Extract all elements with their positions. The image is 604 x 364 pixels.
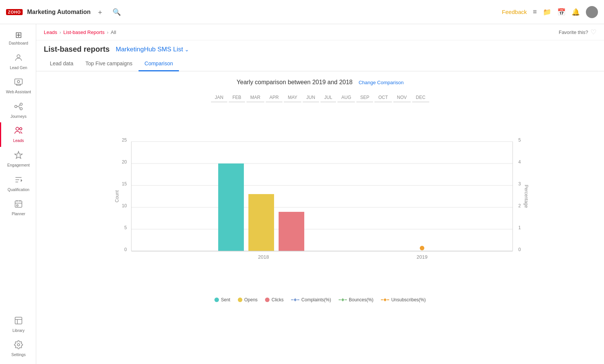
main-layout: ⊞ Dashboard Lead Gen Web Assistant [0,24,604,364]
sidebar-item-engagement[interactable]: Engagement [0,147,36,171]
heart-icon[interactable]: ♡ [590,28,596,36]
library-icon [14,316,23,327]
change-comparison-button[interactable]: Change Comparison [359,80,404,85]
title-bar-actions: ＋ 🔍 [95,6,122,18]
svg-point-6 [16,127,19,130]
bar-chart: 0 5 10 15 20 25 Count 0 [44,111,596,270]
legend-unsubscribes-label: Unsubscribes(%) [391,297,425,302]
zoho-logo: ZOHO [6,9,23,15]
legend-sent-label: Sent [221,297,230,302]
page-title: List-based reports [44,45,109,54]
leads-icon [14,126,23,137]
breadcrumb: Leads › List-based Reports › All Favorit… [36,24,604,40]
favorite-area: Favorite this? ♡ [559,28,596,36]
planner-icon [14,199,23,210]
dashboard-icon: ⊞ [15,31,22,39]
sidebar-item-web-assistant[interactable]: Web Assistant [0,74,36,98]
sidebar-item-library[interactable]: Library [0,312,36,337]
app-title: Marketing Automation [27,9,91,15]
sidebar: ⊞ Dashboard Lead Gen Web Assistant [0,24,36,364]
month-tabs: JAN FEB MAR APR MAY JUN JUL AUG SEP OCT … [44,93,596,102]
sidebar-item-leads[interactable]: Leads [0,122,36,147]
sidebar-label-journeys: Journeys [11,114,27,119]
engagement-icon [14,151,23,161]
header-icons: ≡ 📁 📅 🔔 [533,6,598,18]
svg-text:10: 10 [122,203,127,208]
svg-point-12 [17,344,20,346]
legend-sent-color [214,298,219,302]
legend-clicks-color [265,298,270,302]
month-mar[interactable]: MAR [247,93,264,102]
sidebar-item-qualification[interactable]: Qualification [0,171,36,196]
breadcrumb-list-reports[interactable]: List-based Reports [63,29,105,35]
legend-opens-label: Opens [244,297,257,302]
list-name: MarketingHub SMS List [116,46,183,53]
month-may[interactable]: MAY [284,93,301,102]
month-apr[interactable]: APR [266,93,283,102]
favorite-label: Favorite this? [559,29,588,35]
month-sep[interactable]: SEP [356,93,373,102]
add-button[interactable]: ＋ [95,6,105,18]
breadcrumb-current: All [111,29,116,35]
content-area: Leads › List-based Reports › All Favorit… [36,24,604,364]
breadcrumb-leads[interactable]: Leads [44,29,57,35]
tab-comparison[interactable]: Comparison [139,57,179,71]
tab-lead-data[interactable]: Lead data [44,57,79,71]
chart-title-row: Yearly comparison between 2019 and 2018 … [44,79,596,86]
sidebar-label-leads: Leads [13,138,24,143]
sidebar-item-journeys[interactable]: Journeys [0,98,36,123]
svg-text:2018: 2018 [258,254,269,260]
search-button[interactable]: 🔍 [111,6,122,18]
svg-text:0: 0 [518,247,521,252]
avatar[interactable] [586,6,598,18]
svg-text:2: 2 [518,203,521,208]
month-jul[interactable]: JUL [320,93,336,102]
qualification-icon [14,175,23,186]
lead-gen-icon [14,53,23,64]
legend-bounces: Bounces(%) [339,297,373,302]
chart-legend: Sent Opens Clicks Complaints(%) [44,297,596,302]
legend-opens-color [238,298,242,302]
chart-title: Yearly comparison between 2019 and 2018 [237,79,353,86]
settings-icon [14,340,23,351]
sidebar-label-web-assistant: Web Assistant [6,89,31,94]
calendar-icon[interactable]: 📅 [557,8,565,16]
svg-text:Percentage: Percentage [524,185,529,208]
sidebar-label-dashboard: Dashboard [9,41,28,46]
svg-point-0 [17,55,20,58]
svg-text:1: 1 [518,225,521,230]
svg-text:2019: 2019 [417,254,428,260]
legend-clicks: Clicks [265,297,284,302]
svg-rect-10 [17,205,18,206]
svg-text:4: 4 [518,159,521,165]
sidebar-item-dashboard[interactable]: ⊞ Dashboard [0,27,36,49]
month-dec[interactable]: DEC [412,93,429,102]
sidebar-item-planner[interactable]: Planner [0,196,36,220]
list-selector[interactable]: MarketingHub SMS List ⌄ [116,46,189,53]
month-aug[interactable]: AUG [337,93,355,102]
svg-text:25: 25 [122,137,127,143]
sidebar-item-lead-gen[interactable]: Lead Gen [0,49,36,74]
month-nov[interactable]: NOV [393,93,411,102]
folder-icon[interactable]: 📁 [543,8,551,16]
month-jun[interactable]: JUN [303,93,319,102]
journeys-icon [14,102,23,113]
feedback-button[interactable]: Feedback [502,9,527,15]
tab-top-five[interactable]: Top Five campaigns [79,57,139,71]
svg-text:5: 5 [518,137,521,143]
month-jan[interactable]: JAN [211,93,227,102]
bar-sent-2018 [218,163,244,251]
month-feb[interactable]: FEB [229,93,245,102]
svg-text:3: 3 [518,181,521,187]
bell-icon[interactable]: 🔔 [572,8,580,16]
list-icon[interactable]: ≡ [533,8,537,16]
sidebar-label-qualification: Qualification [8,187,29,192]
legend-complaints-label: Complaints(%) [301,297,331,302]
month-oct[interactable]: OCT [374,93,391,102]
svg-text:0: 0 [124,247,127,252]
svg-text:Count: Count [114,190,120,202]
web-assistant-icon [14,77,23,88]
dropdown-arrow-icon: ⌄ [185,46,189,52]
legend-unsubscribes: Unsubscribes(%) [381,297,425,302]
sidebar-item-settings[interactable]: Settings [0,336,36,361]
